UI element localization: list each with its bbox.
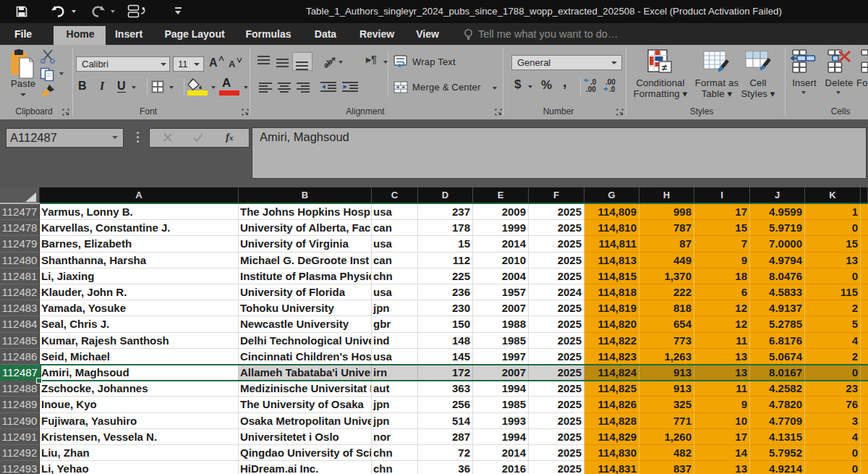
svg-text:.00: .00 [586,85,596,93]
svg-text:≠: ≠ [662,62,667,73]
svg-text:.0: .0 [609,85,616,93]
